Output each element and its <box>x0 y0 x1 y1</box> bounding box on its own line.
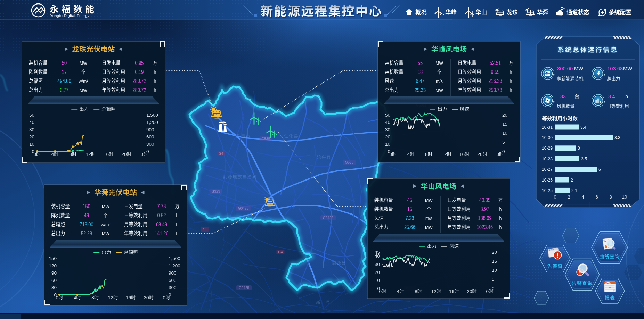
svg-text:49: 49 <box>84 212 89 218</box>
svg-text:900: 900 <box>146 127 154 132</box>
svg-text:MW: MW <box>102 230 109 236</box>
svg-text:0: 0 <box>390 152 392 157</box>
svg-text:7.78: 7.78 <box>157 203 166 209</box>
svg-text:8: 8 <box>415 289 417 294</box>
svg-text:0: 0 <box>379 289 382 294</box>
svg-text:G4: G4 <box>278 250 283 254</box>
svg-text:10: 10 <box>29 142 34 147</box>
svg-text:G0425: G0425 <box>239 286 249 290</box>
svg-text:h: h <box>176 212 179 218</box>
svg-text:10: 10 <box>502 131 507 136</box>
svg-text:MW: MW <box>623 66 632 72</box>
svg-text:MW: MW <box>80 60 87 66</box>
svg-text:8: 8 <box>91 295 94 300</box>
svg-text:0: 0 <box>163 295 166 300</box>
svg-text:120: 120 <box>49 263 57 268</box>
svg-text:10: 10 <box>622 194 627 200</box>
svg-text:10: 10 <box>375 278 380 283</box>
svg-text:h: h <box>510 78 512 84</box>
svg-text:G535: G535 <box>262 137 270 141</box>
svg-text:20: 20 <box>29 134 34 140</box>
svg-text:25.33: 25.33 <box>415 87 426 93</box>
svg-text:4: 4 <box>51 152 54 157</box>
svg-text:68.49: 68.49 <box>156 221 167 227</box>
svg-text:60: 60 <box>51 278 57 283</box>
svg-text:MW: MW <box>80 87 87 93</box>
svg-text:10-25: 10-25 <box>542 188 553 193</box>
svg-text:h: h <box>176 230 179 236</box>
svg-text:45: 45 <box>407 197 412 203</box>
svg-text:h: h <box>510 69 512 75</box>
svg-text:h: h <box>510 87 512 93</box>
svg-text:MW: MW <box>425 224 433 230</box>
svg-text:900: 900 <box>169 270 177 276</box>
svg-text:G4: G4 <box>219 152 223 156</box>
svg-text:APRIL: APRIL <box>605 282 611 284</box>
svg-text:20: 20 <box>492 250 497 255</box>
svg-text:h: h <box>176 221 179 227</box>
svg-text:5: 5 <box>502 140 505 145</box>
svg-text:33: 33 <box>560 94 566 99</box>
svg-text:1,200: 1,200 <box>169 263 180 268</box>
svg-text:m/s: m/s <box>425 215 432 221</box>
svg-text:300: 300 <box>169 285 177 290</box>
svg-text:300: 300 <box>146 142 154 147</box>
svg-text:600: 600 <box>169 278 177 283</box>
svg-text:h: h <box>154 87 156 93</box>
svg-text:20: 20 <box>144 295 149 300</box>
svg-text:50: 50 <box>62 60 67 66</box>
svg-text:40: 40 <box>385 120 390 125</box>
svg-text:253.78: 253.78 <box>488 87 502 93</box>
svg-text:1,500: 1,500 <box>169 256 180 261</box>
svg-text:3: 3 <box>578 145 580 151</box>
svg-text:16: 16 <box>126 295 131 300</box>
svg-text:141.26: 141.26 <box>155 230 168 236</box>
svg-text:10-27: 10-27 <box>542 167 553 172</box>
svg-text:h: h <box>625 94 628 99</box>
svg-text:4: 4 <box>397 289 400 294</box>
svg-text:MW: MW <box>574 66 583 72</box>
svg-text:6: 6 <box>598 167 601 172</box>
svg-text:20: 20 <box>375 270 380 275</box>
svg-text:52.28: 52.28 <box>81 230 92 236</box>
svg-text:0.77: 0.77 <box>60 87 69 93</box>
svg-text:55: 55 <box>418 60 423 66</box>
svg-text:150: 150 <box>83 203 90 209</box>
svg-text:30: 30 <box>385 127 390 132</box>
svg-text:16: 16 <box>104 152 109 157</box>
svg-text:45: 45 <box>375 250 380 255</box>
svg-text:0: 0 <box>56 295 59 300</box>
svg-text:20: 20 <box>477 152 482 157</box>
svg-text:0: 0 <box>486 289 489 294</box>
svg-text:30: 30 <box>375 262 380 267</box>
svg-text:18: 18 <box>418 69 423 75</box>
svg-text:9.55: 9.55 <box>491 69 500 75</box>
svg-text:2: 2 <box>568 194 570 200</box>
svg-text:3.4: 3.4 <box>608 94 615 99</box>
svg-text:2.1: 2.1 <box>571 188 577 193</box>
svg-text:10: 10 <box>492 268 497 273</box>
svg-text:8: 8 <box>609 194 612 200</box>
svg-text:Yongfu Digital Energy: Yongfu Digital Energy <box>50 14 90 18</box>
svg-text:MW: MW <box>425 197 433 203</box>
svg-text:MW: MW <box>435 87 443 93</box>
svg-text:50: 50 <box>385 112 390 118</box>
svg-text:10: 10 <box>385 142 390 147</box>
svg-text:188.69: 188.69 <box>478 215 491 221</box>
svg-text:30: 30 <box>51 285 57 290</box>
svg-text:0: 0 <box>497 152 499 157</box>
svg-text:S1: S1 <box>203 227 207 231</box>
svg-text:3.5: 3.5 <box>581 156 587 161</box>
svg-text:MW: MW <box>435 60 443 66</box>
svg-text:718.00: 718.00 <box>80 221 93 227</box>
svg-text:16: 16 <box>449 289 454 294</box>
svg-text:G535: G535 <box>345 161 354 165</box>
svg-text:300.00: 300.00 <box>557 66 573 72</box>
svg-text:h: h <box>154 78 156 84</box>
svg-text:10-26: 10-26 <box>542 177 553 183</box>
svg-text:494.00: 494.00 <box>57 78 71 84</box>
svg-text:8.97: 8.97 <box>481 206 489 212</box>
svg-text:103.68: 103.68 <box>607 66 623 72</box>
svg-text:G0422: G0422 <box>323 216 333 220</box>
svg-text:5: 5 <box>492 277 495 282</box>
